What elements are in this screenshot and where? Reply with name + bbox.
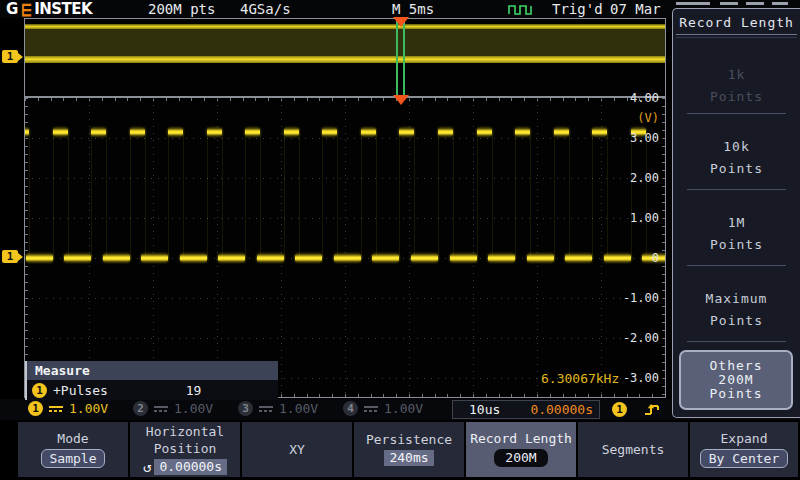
zoom-timebase-readout: 10us [469,401,500,418]
voltage-axis-label: 1.00 [599,211,659,225]
channel-scale-readout: 1.00V [174,401,213,416]
channel-status-ch2[interactable]: 21.00V [133,401,213,416]
menu-item-10k-points[interactable]: 10kPoints [673,129,800,185]
menu-item-line: Points [710,313,763,328]
dc-coupling-icon [259,406,273,412]
date-readout: 07 Mar [610,0,661,18]
sample-rate-readout: 4GSa/s [240,0,291,18]
menu-divider [687,189,786,190]
clipped-datetime-fragment [676,2,796,7]
channel-scale-readout: 1.00V [69,401,108,416]
softkey-value-row: ↺0.00000s [143,459,227,475]
softkey-horizontal-position[interactable]: HorizontalPosition↺0.00000s [130,422,240,477]
voltage-axis-label: 3.00 [599,131,659,145]
measure-name: +Pulses [53,383,108,398]
softkey-label: Mode [57,432,88,446]
menu-item-line: 200M [718,373,753,387]
oscilloscope-screen: GШINSTEK 200M pts 4GSa/s M 5ms Trig'd 07… [0,0,800,480]
softkey-label: Horizontal [146,425,224,439]
channel-badge: 4 [343,401,358,416]
dc-icon-dashed-line [259,410,273,412]
channel-badge: 3 [238,401,253,416]
menu-divider [687,265,786,266]
channel-scale-readout: 1.00V [384,401,423,416]
menu-item-line: Others [710,359,763,373]
menu-item-line: 1M [728,215,746,230]
zoom-window-bracket-left[interactable] [396,19,398,96]
pulse-waveform-icon [508,3,534,15]
softkey-persistence[interactable]: Persistence240ms [354,422,464,477]
logo-w-glyph: Ш [17,3,35,17]
record-length-menu-panel: Record Length 1kPoints10kPoints1MPointsM… [672,8,800,418]
menu-item-line: Maximum [706,291,768,306]
softkey-label: Position [154,442,217,456]
measure-value: 19 [186,383,202,398]
channel-status-ch1[interactable]: 11.00V [28,401,108,416]
softkey-xy[interactable]: XY [242,422,352,477]
softkey-expand[interactable]: ExpandBy Center [690,422,798,477]
dc-icon-dashed-line [364,410,378,412]
channel1-tag-overview[interactable]: 1 [2,50,18,63]
voltage-axis-labels: 4.003.002.001.000-1.00-2.00-3.00(V) [25,98,665,397]
horizontal-position-readout: 0.00000s [530,401,593,418]
menu-item-line: Points [710,161,763,176]
main-timebase-readout: M 5ms [392,0,434,18]
zoom-waveform-window: 4.003.002.001.000-1.00-2.00-3.00(V) 6.30… [24,97,666,398]
channel-scale-readout: 1.00V [279,401,318,416]
dc-icon-solid-line [154,406,168,408]
dc-icon-dashed-line [154,410,168,412]
measure-title: Measure [27,361,278,380]
softkey-value[interactable]: 200M [494,449,547,467]
menu-divider [687,113,786,114]
voltage-axis-label: 4.00 [599,91,659,105]
softkey-value[interactable]: By Center [700,449,788,468]
softkey-value-row: 240ms [384,450,433,466]
softkey-value[interactable]: Sample [41,449,106,468]
dc-coupling-icon [49,406,63,412]
menu-item-others-200m-points[interactable]: Others200MPoints [679,350,793,410]
menu-item-line: Points [710,89,763,104]
dc-coupling-icon [154,406,168,412]
softkey-label: Persistence [366,433,452,447]
softkey-label: Segments [602,443,665,457]
measure-row: 1 +Pulses 19 [27,380,278,400]
frequency-readout: 6.30067kHz [541,371,619,386]
softkey-record-length[interactable]: Record Length200M [466,422,576,477]
voltage-axis-label: 0 [599,251,659,265]
softkey-segments[interactable]: Segments [578,422,688,477]
voltage-axis-label: -1.00 [599,291,659,305]
dc-icon-solid-line [364,406,378,408]
menu-item-1k-points[interactable]: 1kPoints [673,57,800,113]
menu-item-1m-points[interactable]: 1MPoints [673,205,800,261]
measure-window: Measure 1 +Pulses 19 [25,361,278,400]
gwinstek-logo: GШINSTEK [6,0,92,19]
measure-channel-badge: 1 [32,383,47,398]
softkey-mode[interactable]: ModeSample [18,422,128,477]
menu-item-line: 10k [723,139,749,154]
voltage-axis-label: 2.00 [599,171,659,185]
rotate-knob-icon: ↺ [143,460,151,474]
softkey-label: Record Length [470,432,572,446]
menu-item-maximum-points[interactable]: MaximumPoints [673,281,800,337]
dc-icon-solid-line [259,406,273,408]
menu-item-line: Points [710,237,763,252]
channel1-zero-marker[interactable]: 1 [2,250,18,263]
softkey-label: Expand [721,432,768,446]
softkey-value[interactable]: 240ms [384,450,433,466]
channel-status-ch3[interactable]: 31.00V [238,401,318,416]
horizontal-status-box: 10us 0.00000s [452,400,600,419]
divider [676,34,797,35]
softkey-value[interactable]: 0.00000s [154,459,227,475]
record-points-readout: 200M pts [148,0,215,18]
trigger-status: Trig'd [552,0,603,18]
zoom-window-bracket-right[interactable] [403,19,405,96]
menu-item-line: 1k [728,67,746,82]
softkey-value-row: 200M [494,449,547,467]
softkey-label: XY [289,443,305,457]
trigger-position-marker[interactable] [393,95,409,105]
trigger-source-badge: 1 [612,402,627,417]
zoom-position-marker-top[interactable] [393,17,409,27]
channel-status-ch4[interactable]: 41.00V [343,401,423,416]
overview-trace-low-band [25,56,665,63]
overview-trace-dense-fill [25,29,665,56]
